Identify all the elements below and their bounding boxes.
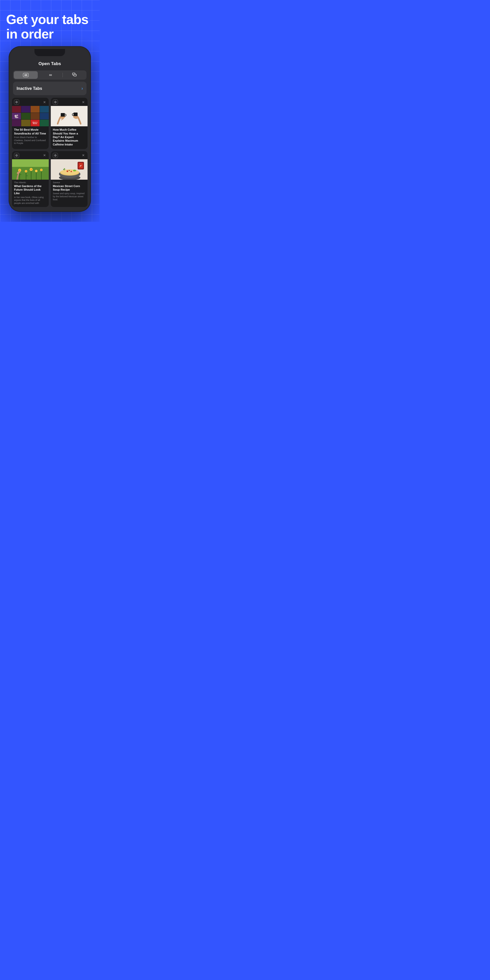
tab-body: The Atlantic What Gardens of the Future … bbox=[12, 180, 49, 207]
inactive-tabs-label: Inactive Tabs bbox=[17, 86, 42, 91]
tab-normal-button[interactable]: 44 bbox=[14, 71, 38, 79]
background: Get your tabs in order Open Tabs 44 ∞ bbox=[0, 0, 100, 222]
tab-card-header: ✕ bbox=[12, 151, 49, 159]
svg-rect-11 bbox=[61, 113, 65, 117]
tab-card[interactable]: ✕ bbox=[12, 98, 49, 149]
tab-source: The Atlantic bbox=[14, 181, 47, 184]
svg-rect-18 bbox=[12, 159, 49, 167]
tab-switcher: 44 ∞ bbox=[13, 70, 86, 80]
phone-wrapper: Open Tabs 44 ∞ bbox=[0, 46, 100, 221]
tab-title: Mexican Street Corn Soup Recipe bbox=[53, 184, 86, 192]
svg-rect-1 bbox=[74, 74, 76, 76]
tab-thumbnail: Music & Movies bbox=[12, 106, 49, 126]
phone-screen: Open Tabs 44 ∞ bbox=[10, 47, 90, 211]
tab-card-header: ✕ bbox=[51, 151, 88, 159]
svg-rect-13 bbox=[73, 113, 78, 116]
synced-icon bbox=[72, 73, 77, 77]
svg-point-5 bbox=[14, 115, 17, 117]
tab-thumbnail bbox=[51, 106, 88, 126]
tab-desc: Sweet and spicy soup, inspired by the be… bbox=[53, 192, 86, 201]
svg-text:🌶: 🌶 bbox=[80, 165, 82, 167]
tab-body: The 50 Best Movie Soundtracks of All Tim… bbox=[12, 126, 49, 147]
svg-point-42 bbox=[67, 170, 68, 172]
screen-header: Open Tabs bbox=[10, 58, 90, 68]
tab-close-button[interactable]: ✕ bbox=[81, 100, 86, 104]
tab-favicon bbox=[53, 100, 58, 105]
inactive-tabs-banner[interactable]: Inactive Tabs › bbox=[13, 82, 86, 95]
tab-title: What Gardens of the Future Should Look L… bbox=[14, 184, 47, 195]
tab-private-button[interactable]: ∞ bbox=[38, 70, 62, 80]
tab-count: 44 bbox=[23, 73, 29, 77]
tab-source: Saveur bbox=[53, 181, 86, 184]
tab-desc: In her new book, Olivia Laing argues tha… bbox=[14, 196, 47, 205]
tab-title: How Much Coffee Should You Have a Day? A… bbox=[53, 128, 86, 146]
coffee-image bbox=[51, 106, 88, 126]
svg-point-4 bbox=[15, 117, 18, 118]
svg-point-6 bbox=[17, 115, 18, 116]
tab-favicon bbox=[53, 153, 58, 158]
tab-desc: From Black Panther to Clueless, Dazed an… bbox=[14, 136, 47, 145]
svg-point-30 bbox=[35, 170, 38, 172]
svg-point-33 bbox=[41, 169, 42, 170]
tab-favicon bbox=[14, 153, 19, 158]
tab-favicon bbox=[14, 100, 19, 105]
svg-point-43 bbox=[71, 171, 72, 172]
tabs-grid: ✕ bbox=[10, 98, 90, 207]
notch bbox=[35, 49, 65, 56]
mosaic-grid: Music & Movies bbox=[12, 106, 49, 126]
phone-mockup: Open Tabs 44 ∞ bbox=[9, 46, 91, 211]
tab-card-header: ✕ bbox=[12, 98, 49, 106]
tab-title: The 50 Best Movie Soundtracks of All Tim… bbox=[14, 128, 47, 135]
tab-close-button[interactable]: ✕ bbox=[42, 100, 47, 104]
tab-card-header: ✕ bbox=[51, 98, 88, 106]
tab-thumbnail bbox=[12, 159, 49, 180]
tab-thumbnail: 🌶 bbox=[51, 159, 88, 180]
svg-point-22 bbox=[19, 169, 21, 171]
status-bar bbox=[10, 47, 90, 58]
hero-title: Get your tabs in order bbox=[0, 0, 100, 46]
svg-point-28 bbox=[30, 169, 32, 170]
inactive-chevron-icon: › bbox=[81, 86, 83, 91]
screen-title: Open Tabs bbox=[38, 61, 61, 66]
tab-card[interactable]: ✕ bbox=[51, 151, 88, 207]
tab-body: Saveur Mexican Street Corn Soup Recipe S… bbox=[51, 180, 88, 204]
svg-point-44 bbox=[68, 170, 70, 171]
tab-card[interactable]: ✕ bbox=[51, 98, 88, 149]
tab-body: How Much Coffee Should You Have a Day? A… bbox=[51, 126, 88, 149]
tab-synced-button[interactable] bbox=[62, 70, 86, 80]
tab-card[interactable]: ✕ bbox=[12, 151, 49, 207]
private-icon: ∞ bbox=[49, 73, 52, 77]
tab-close-button[interactable]: ✕ bbox=[81, 153, 86, 158]
svg-point-25 bbox=[25, 170, 27, 172]
tab-close-button[interactable]: ✕ bbox=[42, 153, 47, 158]
